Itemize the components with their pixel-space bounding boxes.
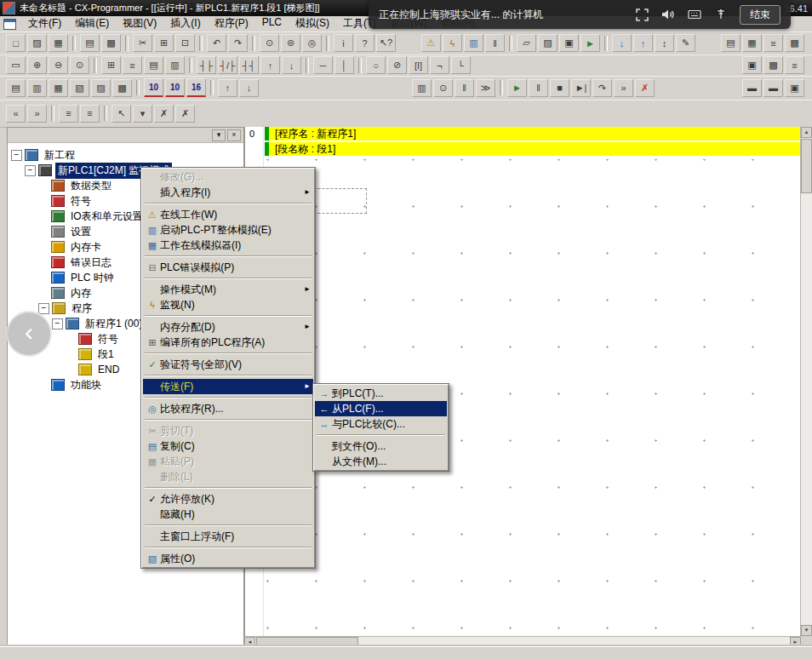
run-button[interactable]: ► [507, 79, 527, 97]
menu-item-compile-all-icon[interactable]: ⊞编译所有的PLC程序(A) [143, 335, 313, 350]
new-coil-button[interactable]: ○ [366, 56, 386, 74]
clear-marks-button[interactable]: ✗ [175, 105, 195, 123]
menu-item-idx26[interactable]: ✓允许停放(K) [143, 491, 313, 507]
print-preview-button[interactable]: ▩ [101, 34, 121, 52]
menu-item-monitor-icon[interactable]: ϟ监视(N) [143, 297, 313, 312]
auto-online-button[interactable]: ϟ [443, 34, 462, 52]
menu-item-idx0[interactable]: 修改(G)... [143, 169, 313, 185]
menubar-item-4[interactable]: 程序(P) [208, 14, 255, 33]
replace-button[interactable]: ⊚ [281, 34, 300, 52]
rung-comment-button[interactable]: ▤ [144, 56, 163, 74]
find-button[interactable]: ⊙ [260, 34, 279, 52]
indent-button[interactable]: » [27, 105, 47, 123]
menu-item-online-simulator-icon[interactable]: ▦工作在线模拟器(I) [143, 238, 313, 253]
zoom-16-button[interactable]: 16 [186, 78, 206, 97]
color-picker-button[interactable]: ▾ [133, 105, 152, 123]
tree-item-label[interactable]: 设置 [68, 224, 94, 240]
menu-item-paste-icon[interactable]: ▦粘贴(P) [143, 454, 313, 469]
new-instruction-button[interactable]: [I] [409, 56, 428, 74]
end-session-button[interactable]: 结束 [740, 5, 781, 25]
undo-button[interactable]: ↶ [207, 34, 226, 52]
clock-monitor-button[interactable]: ⊙ [433, 79, 453, 97]
tree-item-label[interactable]: 功能块 [68, 377, 104, 393]
continuous-step-button[interactable]: » [614, 79, 633, 97]
menubar-item-5[interactable]: PLC [255, 14, 289, 33]
menu-item-online-work-icon[interactable]: ⚠在线工作(W) [143, 207, 313, 222]
zoom-fit-button[interactable]: ⊙ [70, 56, 89, 74]
view-layout-c-button[interactable]: ≡ [763, 34, 783, 52]
outdent-button[interactable]: « [6, 105, 26, 123]
align-right-button[interactable]: ≡ [80, 105, 100, 123]
zoom-out-button[interactable]: ⊖ [49, 56, 68, 74]
zoom-10-button[interactable]: 10 [144, 78, 163, 97]
cut-button[interactable]: ✂ [133, 34, 152, 52]
signal-icon[interactable] [713, 7, 729, 22]
tree-item-label[interactable]: 程序 [69, 301, 94, 317]
menubar-item-6[interactable]: 模拟(S) [289, 14, 336, 33]
menu-item-plc-pt-simulation-icon[interactable]: ▥启动PLC-PT整体模拟(E) [143, 222, 313, 238]
tree-item-label[interactable]: END [95, 363, 122, 376]
new-contact-button[interactable]: ┤├ [197, 56, 216, 74]
menu-item-idx24[interactable]: 删除(L) [143, 469, 313, 484]
debug-mode-button[interactable]: ▨ [538, 34, 558, 52]
monitor-bar-button[interactable]: ▥ [165, 56, 185, 74]
tree-item-label[interactable]: 内存 [68, 285, 94, 301]
tree-item-label[interactable]: 符号 [68, 193, 94, 209]
print-button[interactable]: ▤ [80, 34, 100, 52]
delete-trace-button[interactable]: ✗ [154, 105, 174, 123]
pointer-button[interactable]: ↖ [112, 105, 131, 123]
vertical-scroll-thumb[interactable] [801, 139, 812, 193]
pause-button[interactable]: ‖ [529, 79, 548, 97]
paste-button[interactable]: ⊡ [175, 34, 195, 52]
layers-button[interactable]: ≡ [785, 56, 804, 74]
run-mode-button[interactable]: ► [580, 34, 600, 52]
tree-item-label[interactable]: PLC 时钟 [68, 270, 117, 286]
step-over-button[interactable]: ↷ [592, 79, 612, 97]
io-comment-button[interactable]: ▩ [112, 79, 132, 97]
mdi-child-icon[interactable] [3, 19, 16, 30]
align-left-button[interactable]: ≡ [59, 105, 78, 123]
step-run-button[interactable]: ►| [571, 79, 591, 97]
next-rung-button[interactable]: ↓ [239, 79, 259, 97]
save-button[interactable]: ▦ [49, 34, 68, 52]
view-layout-b-button[interactable]: ▦ [742, 34, 762, 52]
mini-b-button[interactable]: ▬ [763, 79, 783, 97]
menu-item-idx12[interactable]: 内存分配(D)► [143, 319, 313, 335]
menu-item-idx27[interactable]: 隐藏(H) [143, 507, 313, 522]
zoom-10b-button[interactable]: 10 [165, 78, 185, 97]
menu-item-from-plc-icon[interactable]: ←从PLC(F)... [315, 401, 447, 416]
menu-item-idx5[interactable]: 从文件(M)... [315, 454, 447, 469]
vertical-scrollbar[interactable]: ▲ ▼ [800, 127, 812, 636]
redo-button[interactable]: ↷ [228, 34, 248, 52]
output-window-button[interactable]: ▥ [27, 79, 47, 97]
end-instruction-button[interactable]: └ [451, 56, 471, 74]
ladder-editor[interactable]: 0 [程序名 : 新程序1] [段名称 : 段1] [244, 127, 801, 636]
remote-back-overlay[interactable]: ‹ [6, 311, 52, 357]
zoom-in-button[interactable]: ⊕ [27, 56, 47, 74]
speaker-icon[interactable] [660, 7, 676, 22]
work-online-button[interactable]: ⚠ [421, 34, 441, 52]
menu-item-cut-icon[interactable]: ✂剪切(T) [143, 423, 313, 438]
tree-item-label[interactable]: 新程序1 (00) [83, 316, 145, 332]
new-closed-coil-button[interactable]: ⊘ [387, 56, 407, 74]
menu-item-compare-program-icon[interactable]: ◎比较程序(R)... [143, 401, 313, 416]
vertical-line-button[interactable]: │ [335, 56, 354, 74]
menu-item-properties-icon[interactable]: ▧属性(O) [143, 551, 313, 566]
copy-button[interactable]: ⊞ [154, 34, 174, 52]
toggle-monitoring-button[interactable]: ▥ [464, 34, 483, 52]
program-mode-button[interactable]: ▱ [517, 34, 536, 52]
fullscreen-icon[interactable] [634, 7, 649, 22]
menu-item-validate-symbols-icon[interactable]: ✓验证符号(全部)(V) [143, 357, 313, 372]
pause-monitoring-button[interactable]: ‖ [485, 34, 505, 52]
diff-up-button[interactable]: ↑ [260, 56, 280, 74]
break-button[interactable]: ✗ [635, 79, 655, 97]
online-edit-button[interactable]: ✎ [676, 34, 695, 52]
menubar-item-3[interactable]: 插入(I) [163, 14, 207, 33]
tree-item-label[interactable]: 段1 [95, 347, 117, 363]
select-tool-button[interactable]: ▭ [6, 56, 26, 74]
view-layout-a-button[interactable]: ▤ [721, 34, 741, 52]
menu-item-idx9[interactable]: 操作模式(M)► [143, 282, 313, 297]
new-closed-contact-button[interactable]: ┤/├ [218, 56, 237, 74]
menu-item-idx1[interactable]: 插入程序(I)► [143, 185, 313, 200]
menu-item-compare-with-plc-icon[interactable]: ↔与PLC比较(C)... [315, 416, 447, 432]
